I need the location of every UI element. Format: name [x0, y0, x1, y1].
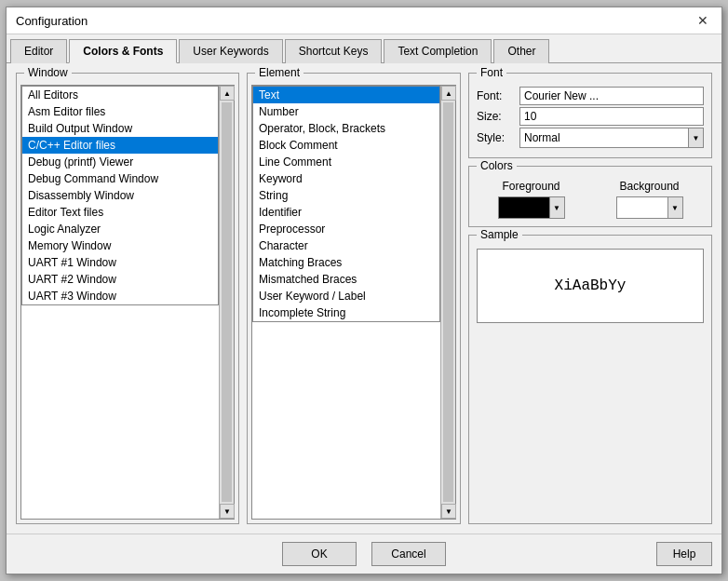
colors-group: Colors Foreground ▼ Background ▼ [468, 166, 712, 227]
cancel-button[interactable]: Cancel [371, 542, 446, 566]
font-panel: Font Font: Courier New ... Size: 10 Styl… [468, 73, 712, 158]
element-list-item[interactable]: Matching Braces [253, 254, 439, 271]
window-list-item[interactable]: UART #2 Window [22, 271, 218, 288]
element-list-item[interactable]: Mismatched Braces [253, 271, 439, 288]
window-listbox[interactable]: All EditorsAsm Editor filesBuild Output … [21, 86, 219, 305]
sample-content: XiAaBbYy [477, 249, 704, 323]
window-list-item[interactable]: UART #3 Window [22, 288, 218, 304]
tab-other[interactable]: Other [493, 39, 549, 63]
window-list-item[interactable]: Logic Analyzer [22, 221, 218, 237]
configuration-dialog: Configuration ✕ Editor Colors & Fonts Us… [6, 7, 722, 574]
window-list-item[interactable]: Build Output Window [22, 120, 218, 137]
element-list-item[interactable]: Identifier [253, 204, 439, 221]
window-list-item[interactable]: All Editors [22, 87, 218, 103]
background-swatch [617, 197, 667, 218]
window-list-inner: All EditorsAsm Editor filesBuild Output … [21, 86, 219, 519]
foreground-col: Foreground ▼ [477, 180, 586, 219]
font-style-select[interactable]: Normal ▼ [519, 128, 704, 148]
sample-group-label: Sample [477, 228, 522, 241]
window-list-item[interactable]: Debug Command Window [22, 170, 218, 187]
element-scroll-thumb[interactable] [443, 102, 453, 502]
element-group: Element TextNumberOperator, Block, Brack… [247, 73, 461, 524]
font-name-row: Font: Courier New ... [477, 87, 704, 105]
background-arrow[interactable]: ▼ [667, 197, 682, 218]
window-listbox-container: All EditorsAsm Editor filesBuild Output … [20, 85, 235, 520]
element-scrollbar[interactable]: ▲ ▼ [440, 86, 455, 519]
font-style-row: Style: Normal ▼ [477, 128, 704, 148]
window-group: Window All EditorsAsm Editor filesBuild … [16, 73, 239, 524]
background-label: Background [619, 180, 679, 193]
foreground-arrow[interactable]: ▼ [549, 197, 564, 218]
dialog-title: Configuration [16, 14, 88, 28]
element-list-inner: TextNumberOperator, Block, BracketsBlock… [252, 86, 440, 519]
tab-user-keywords[interactable]: User Keywords [179, 39, 282, 63]
element-list-item[interactable]: Text [253, 87, 439, 103]
colors-row: Foreground ▼ Background ▼ [477, 180, 704, 219]
element-list-item[interactable]: Number [253, 103, 439, 120]
font-name-input[interactable]: Courier New ... [519, 87, 704, 105]
element-list-item[interactable]: User Keyword / Label [253, 288, 439, 304]
element-list-item[interactable]: String [253, 187, 439, 204]
scroll-up-btn[interactable]: ▲ [220, 86, 235, 101]
window-group-label: Window [24, 66, 72, 79]
close-button[interactable]: ✕ [694, 13, 712, 28]
background-col: Background ▼ [595, 180, 704, 219]
foreground-swatch-row[interactable]: ▼ [498, 196, 565, 219]
scroll-down-btn[interactable]: ▼ [220, 504, 235, 519]
right-panel: Font Font: Courier New ... Size: 10 Styl… [468, 73, 712, 524]
colors-group-label: Colors [477, 159, 517, 172]
background-swatch-row[interactable]: ▼ [616, 196, 683, 219]
font-size-label: Size: [477, 110, 514, 123]
scroll-thumb[interactable] [222, 102, 232, 502]
tab-editor[interactable]: Editor [10, 39, 67, 63]
font-size-row: Size: 10 [477, 107, 704, 126]
ok-button[interactable]: OK [282, 542, 357, 566]
font-style-label: Style: [477, 131, 514, 144]
font-style-value: Normal [520, 129, 688, 146]
font-name-label: Font: [477, 89, 514, 102]
element-listbox[interactable]: TextNumberOperator, Block, BracketsBlock… [252, 86, 440, 322]
element-list-item[interactable]: Line Comment [253, 154, 439, 170]
tab-bar: Editor Colors & Fonts User Keywords Shor… [7, 34, 721, 63]
font-style-arrow[interactable]: ▼ [688, 128, 703, 147]
foreground-label: Foreground [502, 180, 559, 193]
main-content: Window All EditorsAsm Editor filesBuild … [7, 63, 721, 534]
window-list-item[interactable]: Debug (printf) Viewer [22, 154, 218, 170]
help-button[interactable]: Help [656, 542, 712, 566]
window-list-item[interactable]: Asm Editor files [22, 103, 218, 120]
element-list-item[interactable]: Block Comment [253, 137, 439, 154]
window-list-item[interactable]: C/C++ Editor files [22, 137, 218, 154]
window-scrollbar[interactable]: ▲ ▼ [219, 86, 234, 519]
title-bar: Configuration ✕ [7, 7, 721, 34]
element-scroll-down-btn[interactable]: ▼ [441, 504, 456, 519]
bottom-bar: OK Cancel Help [7, 534, 721, 574]
tab-shortcut-keys[interactable]: Shortcut Keys [285, 39, 383, 63]
font-panel-label: Font [477, 66, 506, 79]
element-list-item[interactable]: Preprocessor [253, 221, 439, 237]
element-listbox-container: TextNumberOperator, Block, BracketsBlock… [251, 85, 456, 520]
window-list-item[interactable]: Disassembly Window [22, 187, 218, 204]
foreground-swatch [499, 197, 549, 218]
tab-text-completion[interactable]: Text Completion [384, 39, 492, 63]
window-list-item[interactable]: Memory Window [22, 237, 218, 254]
font-size-input[interactable]: 10 [519, 107, 704, 126]
element-group-label: Element [255, 66, 303, 79]
sample-group: Sample XiAaBbYy [468, 235, 712, 524]
element-list-item[interactable]: Keyword [253, 170, 439, 187]
tab-colors-fonts[interactable]: Colors & Fonts [69, 39, 177, 63]
window-list-item[interactable]: UART #1 Window [22, 254, 218, 271]
element-list-item[interactable]: Operator, Block, Brackets [253, 120, 439, 137]
element-list-item[interactable]: Character [253, 237, 439, 254]
element-scroll-up-btn[interactable]: ▲ [441, 86, 456, 101]
window-list-item[interactable]: Editor Text files [22, 204, 218, 221]
element-list-item[interactable]: Incomplete String [253, 304, 439, 321]
